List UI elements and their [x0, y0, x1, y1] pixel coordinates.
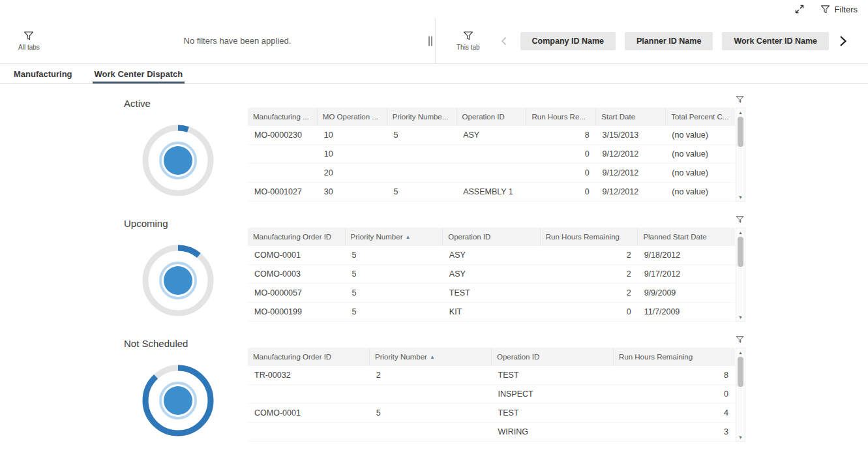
column-header[interactable]: Planned Start Date: [638, 228, 735, 246]
table-cell: (no value): [665, 164, 735, 182]
column-header[interactable]: Start Date: [596, 108, 666, 126]
table-row[interactable]: MO-00000575TEST29/9/2009: [248, 284, 735, 303]
table-cell: [370, 423, 492, 441]
column-header[interactable]: Manufacturing ...: [248, 108, 318, 126]
tab-work-center-dispatch[interactable]: Work Center Dispatch: [93, 64, 185, 84]
panel-resize-handle[interactable]: [427, 35, 434, 47]
table-cell: 0: [526, 145, 596, 163]
table-row[interactable]: COMO-00015ASY29/18/2012: [248, 246, 735, 265]
column-header[interactable]: Priority Numbe...: [387, 108, 457, 126]
table-row[interactable]: COMO-00035ASY29/17/2012: [248, 265, 735, 284]
top-bar: Filters: [0, 0, 868, 18]
this-tab-label: This tab: [456, 44, 480, 51]
table-row[interactable]: 2009/12/2012(no value): [248, 164, 735, 183]
column-header[interactable]: Priority Number▲: [346, 228, 443, 246]
table-cell: 9/12/2012: [596, 164, 666, 182]
table-cell: MO-0000230: [248, 126, 318, 144]
table-cell: WIRING: [492, 423, 614, 441]
table-cell: 0: [613, 385, 735, 403]
column-header[interactable]: Operation ID: [443, 228, 541, 246]
filter-chip-work-center-id-name[interactable]: Work Center ID Name: [722, 32, 829, 50]
table-cell: ASSEMBLY 1: [456, 183, 526, 201]
filter-chip-planner-id-name[interactable]: Planner ID Name: [625, 32, 713, 50]
table-cell: (no value): [665, 183, 735, 201]
table-cell: 5: [345, 246, 442, 264]
scroll-down-icon[interactable]: ▼: [736, 313, 745, 321]
table-cell: (no value): [665, 145, 735, 163]
table-row[interactable]: WIRING3: [248, 423, 735, 442]
column-header[interactable]: Run Hours Re...: [526, 108, 596, 126]
column-header[interactable]: Manufacturing Order ID: [248, 348, 370, 366]
all-tabs-filter-panel: All tabs No filters have been applied.: [0, 18, 436, 63]
table-cell: 8: [526, 126, 596, 144]
expand-button[interactable]: [794, 4, 805, 14]
table-cell: COMO-0001: [248, 404, 370, 422]
table-cell: 11/7/2009: [638, 303, 735, 321]
table-row[interactable]: TR-000322TEST8: [248, 366, 735, 385]
vertical-scrollbar[interactable]: ▲ ▼: [736, 108, 745, 202]
scroll-up-icon[interactable]: ▲: [736, 348, 745, 356]
table-cell: COMO-0003: [248, 265, 345, 283]
chevron-left-icon[interactable]: [497, 34, 511, 48]
filters-button[interactable]: Filters: [820, 5, 858, 14]
table-cell: 5: [345, 284, 442, 302]
table-row[interactable]: COMO-00015TEST4: [248, 404, 735, 423]
table-cell: 30: [318, 183, 387, 201]
column-header-label: Run Hours Remaining: [619, 353, 693, 361]
table-row[interactable]: MO-00001995KIT011/7/2009: [248, 303, 735, 322]
column-header[interactable]: Total Percent C...: [666, 108, 735, 126]
column-header[interactable]: Operation ID: [492, 348, 614, 366]
table-row[interactable]: MO-0000230105ASY83/15/2013(no value): [248, 126, 735, 145]
donut-chart: [142, 244, 215, 317]
table-cell: [387, 164, 456, 182]
column-header[interactable]: Manufacturing Order ID: [248, 228, 346, 246]
no-filters-message: No filters have been applied.: [40, 36, 435, 46]
table-cell: [370, 385, 492, 403]
vertical-scrollbar[interactable]: ▲ ▼: [736, 348, 745, 442]
table-cell: [248, 164, 318, 182]
section-filter-icon[interactable]: [736, 215, 744, 224]
column-header-label: Manufacturing Order ID: [253, 233, 331, 241]
this-tab-filter-button[interactable]: This tab: [456, 31, 480, 51]
scrollbar-thumb[interactable]: [738, 357, 743, 387]
sort-ascending-icon: ▲: [430, 354, 435, 360]
table-cell: 2: [540, 284, 637, 302]
table-header-row: Manufacturing Order IDPriority Number▲Op…: [248, 348, 735, 366]
section-upcoming: Upcoming Manufacturing Order IDPriority …: [0, 212, 868, 332]
section-filter-icon[interactable]: [736, 335, 744, 344]
table-row[interactable]: MO-0001027305ASSEMBLY 109/12/2012(no val…: [248, 183, 735, 202]
all-tabs-filter-button[interactable]: All tabs: [18, 31, 40, 51]
sort-ascending-icon: ▲: [405, 234, 410, 240]
scroll-down-icon[interactable]: ▼: [736, 193, 745, 201]
column-header[interactable]: Operation ID: [457, 108, 527, 126]
section-not-scheduled: Not Scheduled Manufacturing Order IDPrio…: [0, 332, 868, 452]
section-active: Active Manufacturing ...MO Operation ...…: [0, 92, 868, 212]
scrollbar-thumb[interactable]: [738, 237, 743, 267]
table-cell: 9/12/2012: [596, 183, 666, 201]
table-cell: 9/18/2012: [638, 246, 735, 264]
column-header[interactable]: Priority Number▲: [370, 348, 492, 366]
column-header-label: Run Hours Remaining: [546, 233, 620, 241]
column-header[interactable]: Run Hours Remaining: [541, 228, 638, 246]
table-cell: 9/9/2009: [638, 284, 735, 302]
table-cell: 8: [613, 366, 735, 384]
funnel-icon: [736, 335, 744, 344]
column-header[interactable]: MO Operation ...: [318, 108, 387, 126]
scroll-up-icon[interactable]: ▲: [736, 108, 745, 116]
scrollbar-thumb[interactable]: [738, 117, 743, 147]
column-header-label: Start Date: [601, 113, 635, 121]
scroll-down-icon[interactable]: ▼: [736, 433, 745, 441]
section-filter-icon[interactable]: [736, 95, 744, 104]
table-row[interactable]: INSPECT0: [248, 385, 735, 404]
table-row[interactable]: 1009/12/2012(no value): [248, 145, 735, 164]
scroll-up-icon[interactable]: ▲: [736, 228, 745, 236]
chevron-right-icon[interactable]: [834, 33, 851, 50]
table-cell: 10: [318, 145, 387, 163]
funnel-icon: [736, 95, 744, 104]
column-header[interactable]: Run Hours Remaining: [614, 348, 735, 366]
filter-chip-company-id-name[interactable]: Company ID Name: [520, 32, 616, 50]
table-cell: (no value): [665, 126, 735, 144]
tab-manufacturing[interactable]: Manufacturing: [12, 64, 74, 84]
vertical-scrollbar[interactable]: ▲ ▼: [736, 228, 745, 322]
funnel-icon: [463, 31, 473, 41]
